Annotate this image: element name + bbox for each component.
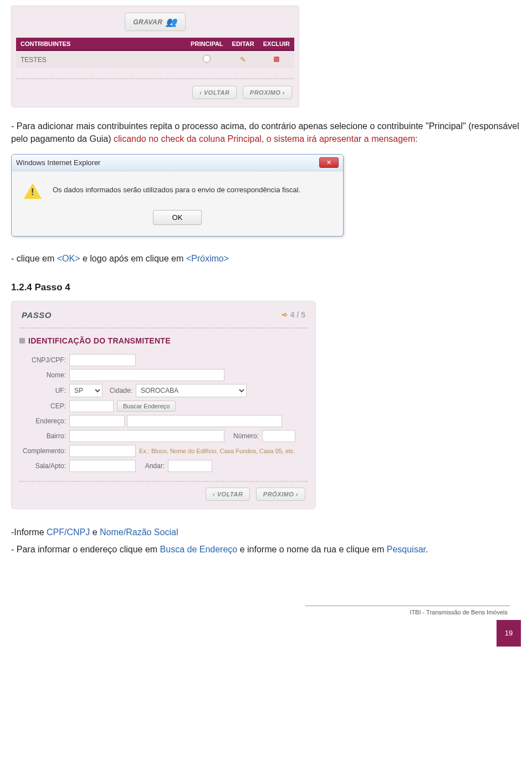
proximo-button[interactable]: PROXIMO ›: [243, 86, 292, 99]
label-nome: Nome:: [19, 371, 69, 379]
warning-icon: [24, 183, 42, 199]
close-icon[interactable]: ✕: [319, 157, 339, 168]
passo-title: PASSO: [22, 310, 52, 320]
paragraph: - Para adicionar mais contribuintes repi…: [11, 120, 521, 145]
andar-input[interactable]: [168, 460, 212, 472]
sala-input[interactable]: [69, 460, 136, 472]
cidade-select[interactable]: SOROCABA: [136, 384, 247, 397]
paragraph: -Informe CPF/CNPJ e Nome/Razão Social: [11, 526, 521, 539]
contribuintes-table: CONTRIBUINTES PRINCIPAL EDITAR EXCLUIR T…: [16, 38, 294, 68]
col-excluir: EXCLUIR: [259, 38, 294, 50]
cep-input[interactable]: [69, 400, 114, 412]
voltar-button[interactable]: ‹ VOLTAR: [206, 488, 250, 501]
uf-select[interactable]: SP: [69, 384, 103, 397]
dialog-message: Os dados informados serão utilizados par…: [53, 183, 300, 194]
divider: [19, 327, 308, 329]
paragraph: - clique em <OK> e logo após em clique e…: [11, 252, 521, 265]
endereco-tipo-input[interactable]: [69, 415, 125, 427]
edit-icon[interactable]: ✎: [240, 55, 246, 64]
step-indicator: ➪ 4 / 5: [282, 310, 305, 319]
label-cidade: Cidade:: [103, 387, 136, 394]
label-endereco: Endereço:: [19, 417, 69, 425]
label-numero: Número:: [224, 432, 262, 440]
complemento-hint: Ex.: Bloco, Nome do Edifício, Casa Fundo…: [139, 448, 295, 454]
page-number: 19: [497, 620, 521, 647]
delete-icon[interactable]: [274, 57, 279, 62]
label-bairro: Bairro:: [19, 432, 69, 440]
label-complemento: Complemento:: [19, 447, 69, 455]
label-uf: UF:: [19, 387, 69, 394]
col-principal: PRINCIPAL: [186, 38, 227, 50]
people-icon: 👥: [166, 17, 177, 27]
col-editar: EDITAR: [228, 38, 259, 50]
footer-text: ITBI - Transmissão de Bens Imóveis: [11, 606, 521, 616]
buscar-endereco-button[interactable]: Buscar Endereço: [117, 401, 176, 412]
passo4-panel: PASSO ➪ 4 / 5 IDENTIFICAÇÃO DO TRANSMITE…: [11, 301, 316, 509]
voltar-button[interactable]: ‹ VOLTAR: [192, 86, 237, 99]
divider: [16, 78, 294, 79]
ie-dialog: Windows Internet Explorer ✕ Os dados inf…: [11, 154, 344, 237]
contribuintes-panel: GRAVAR 👥 CONTRIBUINTES PRINCIPAL EDITAR …: [11, 6, 299, 107]
cnpjcpf-input[interactable]: [69, 354, 136, 366]
label-andar: Andar:: [136, 462, 168, 470]
arrow-icon: ➪: [282, 311, 288, 319]
nome-input[interactable]: [69, 369, 224, 381]
numero-input[interactable]: [262, 430, 295, 442]
row-name: TESTES: [16, 50, 186, 68]
proximo-button[interactable]: PRÓXIMO ›: [256, 488, 305, 501]
dialog-title: Windows Internet Explorer: [16, 158, 100, 167]
gravar-button[interactable]: GRAVAR 👥: [125, 13, 186, 31]
page-footer: ITBI - Transmissão de Bens Imóveis 19: [11, 606, 521, 616]
ok-button[interactable]: OK: [153, 210, 202, 225]
label-sala: Sala/Apto:: [19, 462, 69, 470]
gravar-label: GRAVAR: [133, 18, 162, 26]
principal-radio[interactable]: [203, 55, 211, 63]
square-icon: [19, 338, 25, 343]
section-subtitle: IDENTIFICAÇÃO DO TRANSMITENTE: [19, 336, 308, 345]
endereco-input[interactable]: [127, 415, 282, 427]
label-cnpjcpf: CNPJ/CPF:: [19, 356, 69, 364]
label-cep: CEP:: [19, 402, 69, 410]
divider: [19, 481, 308, 482]
paragraph: - Para informar o endereço clique em Bus…: [11, 543, 521, 556]
complemento-input[interactable]: [69, 445, 136, 457]
bairro-input[interactable]: [69, 430, 224, 442]
section-heading: 1.2.4 Passo 4: [11, 282, 521, 293]
table-row: TESTES ✎: [16, 50, 294, 68]
col-contribuintes: CONTRIBUINTES: [16, 38, 186, 50]
